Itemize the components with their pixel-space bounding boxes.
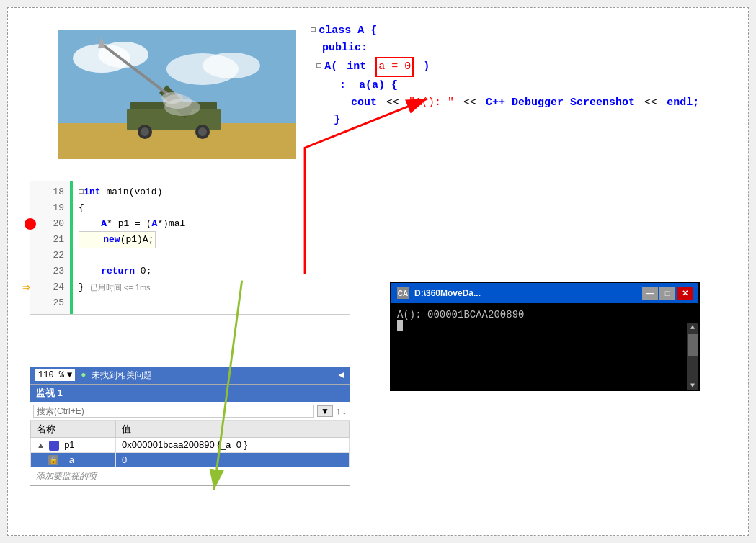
watch-row-p1[interactable]: ▲ p1 0x000001bcaa200890 {_a=0 } [31, 438, 350, 453]
zoom-value: 110 % [38, 370, 64, 380]
code-row-21: new(p1)A; [79, 232, 344, 248]
zoom-control[interactable]: 110 % ▼ [35, 369, 75, 381]
arrow-indicator-24: ⇒ [22, 279, 30, 295]
terminal-icon: CA [397, 287, 409, 299]
code-row-22 [79, 248, 344, 264]
lock-icon: 🔒 [48, 455, 58, 465]
terminal-scrollbar: ▲ ▼ [687, 323, 698, 390]
code-20-rest: * p1 = ( [107, 216, 151, 232]
kw-string: "A(): " [409, 94, 454, 112]
expand-arrow-p1[interactable]: ▲ [37, 441, 45, 449]
code-line-5: cout << "A(): " << C++ Debugger Screensh… [311, 94, 726, 112]
code-line-4: : _a(a) { [311, 77, 726, 94]
code-row-25 [79, 295, 344, 311]
watch-title-bar: 监视 1 [30, 385, 350, 402]
svg-point-11 [198, 127, 207, 136]
main-area: ⊟ class A { public: ⊟ A( int a = 0 ) : _… [7, 7, 749, 536]
code-18-int: int [84, 184, 100, 200]
kw-close-brace: } [334, 112, 340, 129]
code-row-24: ⇒ } 已用时间 <= 1ms [79, 279, 344, 295]
line-num-23: 23 [30, 264, 64, 279]
highlight-a: a = 0 [375, 57, 414, 77]
breakpoint-20[interactable] [25, 218, 36, 230]
code-row-18: ⊟ int main(void) [79, 184, 344, 200]
kw-shift-op: << [380, 94, 406, 112]
line-num-19: 19 [30, 200, 64, 216]
terminal-close-btn[interactable]: ✕ [677, 287, 693, 300]
kw-a-func: A( [324, 58, 337, 76]
kw-cout: cout [351, 94, 377, 112]
kw-init: : _a(a) { [339, 77, 398, 94]
kw-new: new [103, 234, 120, 245]
watch-cell-a-value: 0 [116, 452, 350, 467]
watch-add-row[interactable]: 添加要监视的项 [30, 467, 350, 485]
line-num-22: 22 [30, 248, 64, 264]
line-num-18: 18 [30, 184, 64, 200]
zoom-dropdown[interactable]: ▼ [67, 370, 72, 380]
terminal-cursor [397, 320, 403, 331]
collapse-icon-1[interactable]: ⊟ [311, 24, 316, 37]
kw-close-paren: ) [417, 58, 430, 76]
svg-point-5 [203, 53, 260, 78]
code-24-close: } [79, 279, 84, 295]
a-name-text: _a [64, 454, 74, 465]
terminal-maximize-btn[interactable]: □ [659, 287, 675, 300]
terminal-cursor-line [397, 320, 693, 333]
missile-image [58, 30, 296, 159]
terminal-content: A(): 000001BCAA200890 [397, 309, 524, 320]
code-line-6: } [311, 112, 726, 129]
terminal-scroll-up[interactable]: ▲ [690, 323, 695, 331]
watch-nav: ↑ ↓ [336, 405, 347, 416]
watch-add-text: 添加要监视的项 [36, 471, 97, 481]
terminal-body: A(): 000001BCAA200890 [391, 303, 698, 390]
terminal-scroll-thumb[interactable] [688, 334, 698, 356]
code-18-main: main(void) [101, 184, 163, 200]
code-row-23: return 0; [79, 264, 344, 279]
watch-nav-down[interactable]: ↓ [342, 405, 347, 416]
code-line-2: public: [311, 40, 726, 57]
p1-icon [49, 441, 59, 451]
status-text: 未找到相关问题 [92, 369, 152, 382]
code-line-1: ⊟ class A { [311, 22, 726, 40]
kw-public: public: [322, 40, 368, 57]
watch-cell-p1-name: ▲ p1 [31, 438, 116, 453]
code-22-empty [79, 248, 84, 264]
watch-table: 名称 值 ▲ p1 0x000001bcaa200890 {_a=0 } 🔒 [30, 421, 350, 467]
code-23-indent [79, 264, 101, 279]
watch-cell-a-name: 🔒 _a [31, 452, 116, 467]
code-20-mal: *)mal [157, 216, 185, 232]
status-icon: ● [81, 370, 86, 380]
class-code-panel: ⊟ class A { public: ⊟ A( int a = 0 ) : _… [311, 22, 726, 129]
terminal-output-line: A(): 000001BCAA200890 [397, 309, 693, 320]
status-bar: 110 % ▼ ● 未找到相关问题 ◄ [30, 367, 350, 384]
code-20-p1 [79, 216, 101, 232]
terminal-body-wrapper: A(): 000001BCAA200890 ▲ ▼ [391, 303, 698, 390]
code-25-empty [79, 295, 84, 311]
terminal-titlebar: CA D:\360MoveDa... — □ ✕ [391, 283, 698, 303]
code-editor: 18 19 20 21 22 23 24 25 ⊟ int main(void)… [30, 181, 350, 315]
code-20-cast: A [151, 216, 157, 232]
code-content: ⊟ int main(void) { A * p1 = ( A *)mal ne… [70, 181, 350, 314]
watch-nav-up[interactable]: ↑ [336, 405, 341, 416]
line-num-21: 21 [30, 232, 64, 248]
watch-search-input[interactable] [33, 405, 314, 418]
watch-panel: 监视 1 ▼ ↑ ↓ 名称 值 ▲ p1 [30, 384, 350, 486]
code-21-new: new(p1)A; [79, 231, 156, 248]
terminal-scroll-down[interactable]: ▼ [690, 382, 695, 390]
code-24-time: 已用时间 <= 1ms [90, 279, 151, 295]
watch-row-a[interactable]: 🔒 _a 0 [31, 452, 350, 467]
kw-a-equals: a = 0 [378, 60, 411, 73]
terminal-minimize-btn[interactable]: — [642, 287, 658, 300]
collapse-icon-3[interactable]: ⊟ [316, 60, 321, 73]
terminal-buttons: — □ ✕ [642, 287, 693, 300]
terminal-title: D:\360MoveDa... [414, 288, 642, 298]
scroll-btn[interactable]: ◄ [339, 369, 344, 381]
kw-shift-op2: << [457, 94, 483, 112]
watch-col-value: 值 [116, 421, 350, 438]
code-23-zero: 0; [135, 264, 151, 279]
code-23-return: return [101, 264, 135, 279]
svg-point-9 [141, 127, 149, 136]
watch-col-name: 名称 [31, 421, 116, 438]
watch-search-btn[interactable]: ▼ [317, 405, 333, 417]
collapse-18[interactable]: ⊟ [79, 184, 84, 200]
